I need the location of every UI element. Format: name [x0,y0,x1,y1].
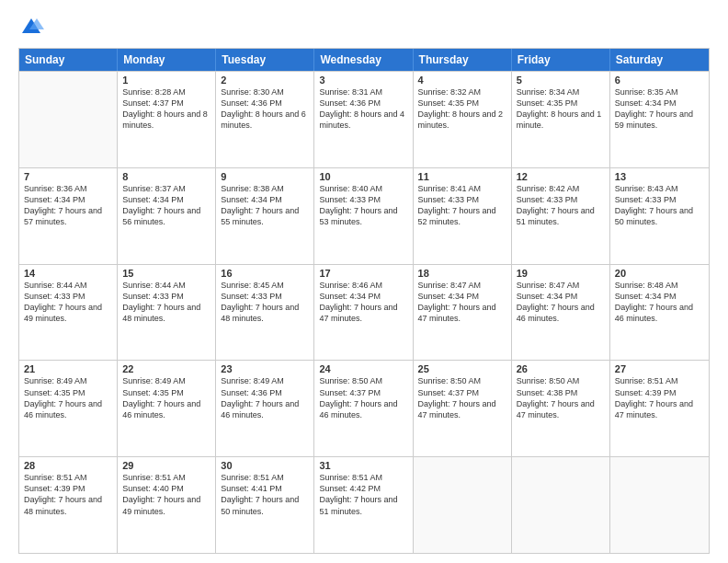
day-number: 20 [615,268,704,279]
table-row: 13Sunrise: 8:43 AMSunset: 4:33 PMDayligh… [610,168,709,264]
table-row: 1Sunrise: 8:28 AMSunset: 4:37 PMDaylight… [118,72,216,167]
calendar-row-4: 21Sunrise: 8:49 AMSunset: 4:35 PMDayligh… [19,360,709,456]
table-row: 7Sunrise: 8:36 AMSunset: 4:34 PMDaylight… [19,168,118,264]
day-info: Sunrise: 8:49 AMSunset: 4:36 PMDaylight:… [221,375,309,420]
day-info: Sunrise: 8:51 AMSunset: 4:39 PMDaylight:… [615,375,704,420]
day-number: 19 [517,268,605,279]
day-number: 15 [122,268,210,279]
table-row: 21Sunrise: 8:49 AMSunset: 4:35 PMDayligh… [19,361,118,456]
day-number: 23 [221,363,309,374]
day-info: Sunrise: 8:45 AMSunset: 4:33 PMDaylight:… [221,280,309,325]
day-number: 18 [418,268,506,279]
table-row: 19Sunrise: 8:47 AMSunset: 4:34 PMDayligh… [512,265,610,361]
day-info: Sunrise: 8:46 AMSunset: 4:34 PMDaylight:… [319,280,407,325]
day-number: 10 [319,171,407,182]
calendar-row-5: 28Sunrise: 8:51 AMSunset: 4:39 PMDayligh… [19,456,709,553]
table-row: 4Sunrise: 8:32 AMSunset: 4:35 PMDaylight… [414,72,512,167]
day-info: Sunrise: 8:51 AMSunset: 4:42 PMDaylight:… [319,472,407,517]
day-info: Sunrise: 8:51 AMSunset: 4:39 PMDaylight:… [24,472,112,517]
day-info: Sunrise: 8:40 AMSunset: 4:33 PMDaylight:… [319,183,407,228]
day-info: Sunrise: 8:37 AMSunset: 4:34 PMDaylight:… [122,183,210,228]
day-number: 7 [24,171,112,182]
calendar-body: 1Sunrise: 8:28 AMSunset: 4:37 PMDaylight… [19,71,709,553]
day-number: 13 [615,171,704,182]
logo-icon [18,15,44,40]
table-row: 30Sunrise: 8:51 AMSunset: 4:41 PMDayligh… [216,457,314,553]
table-row: 22Sunrise: 8:49 AMSunset: 4:35 PMDayligh… [118,361,216,456]
table-row: 3Sunrise: 8:31 AMSunset: 4:36 PMDaylight… [314,72,413,167]
day-number: 16 [221,268,309,279]
day-info: Sunrise: 8:51 AMSunset: 4:40 PMDaylight:… [122,472,210,517]
table-row: 14Sunrise: 8:44 AMSunset: 4:33 PMDayligh… [19,265,118,361]
table-row: 25Sunrise: 8:50 AMSunset: 4:37 PMDayligh… [414,361,512,456]
table-row: 6Sunrise: 8:35 AMSunset: 4:34 PMDaylight… [610,72,709,167]
day-number: 6 [615,75,704,86]
day-number: 1 [122,75,210,86]
table-row: 16Sunrise: 8:45 AMSunset: 4:33 PMDayligh… [216,265,314,361]
page: SundayMondayTuesdayWednesdayThursdayFrid… [0,0,728,563]
day-number: 12 [517,171,605,182]
table-row: 24Sunrise: 8:50 AMSunset: 4:37 PMDayligh… [314,361,413,456]
day-info: Sunrise: 8:36 AMSunset: 4:34 PMDaylight:… [24,183,112,228]
day-info: Sunrise: 8:50 AMSunset: 4:37 PMDaylight:… [418,375,506,420]
day-info: Sunrise: 8:43 AMSunset: 4:33 PMDaylight:… [615,183,704,228]
table-row [19,72,118,167]
table-row: 8Sunrise: 8:37 AMSunset: 4:34 PMDaylight… [118,168,216,264]
header-day-sunday: Sunday [19,49,118,71]
day-number: 28 [24,460,112,471]
day-number: 14 [24,268,112,279]
table-row: 10Sunrise: 8:40 AMSunset: 4:33 PMDayligh… [314,168,413,264]
calendar: SundayMondayTuesdayWednesdayThursdayFrid… [18,48,710,554]
day-info: Sunrise: 8:47 AMSunset: 4:34 PMDaylight:… [418,280,506,325]
table-row [610,457,709,553]
table-row [512,457,610,553]
day-number: 24 [319,363,407,374]
table-row: 26Sunrise: 8:50 AMSunset: 4:38 PMDayligh… [512,361,610,456]
day-info: Sunrise: 8:42 AMSunset: 4:33 PMDaylight:… [517,183,605,228]
day-number: 5 [517,75,605,86]
header-day-saturday: Saturday [610,49,709,71]
calendar-row-2: 7Sunrise: 8:36 AMSunset: 4:34 PMDaylight… [19,167,709,264]
day-info: Sunrise: 8:50 AMSunset: 4:38 PMDaylight:… [517,375,605,420]
day-number: 17 [319,268,407,279]
table-row [414,457,512,553]
day-info: Sunrise: 8:47 AMSunset: 4:34 PMDaylight:… [517,280,605,325]
day-info: Sunrise: 8:41 AMSunset: 4:33 PMDaylight:… [418,183,506,228]
day-info: Sunrise: 8:38 AMSunset: 4:34 PMDaylight:… [221,183,309,228]
table-row: 18Sunrise: 8:47 AMSunset: 4:34 PMDayligh… [414,265,512,361]
day-info: Sunrise: 8:49 AMSunset: 4:35 PMDaylight:… [122,375,210,420]
calendar-header: SundayMondayTuesdayWednesdayThursdayFrid… [19,49,709,71]
day-info: Sunrise: 8:51 AMSunset: 4:41 PMDaylight:… [221,472,309,517]
day-info: Sunrise: 8:34 AMSunset: 4:35 PMDaylight:… [517,86,605,132]
day-info: Sunrise: 8:30 AMSunset: 4:36 PMDaylight:… [221,86,309,132]
header-day-wednesday: Wednesday [314,49,413,71]
day-number: 11 [418,171,506,182]
day-info: Sunrise: 8:31 AMSunset: 4:36 PMDaylight:… [319,86,407,132]
calendar-row-1: 1Sunrise: 8:28 AMSunset: 4:37 PMDaylight… [19,71,709,167]
header-day-tuesday: Tuesday [216,49,314,71]
table-row: 17Sunrise: 8:46 AMSunset: 4:34 PMDayligh… [314,265,413,361]
header-day-thursday: Thursday [414,49,512,71]
table-row: 11Sunrise: 8:41 AMSunset: 4:33 PMDayligh… [414,168,512,264]
day-info: Sunrise: 8:28 AMSunset: 4:37 PMDaylight:… [122,86,210,132]
table-row: 9Sunrise: 8:38 AMSunset: 4:34 PMDaylight… [216,168,314,264]
day-number: 26 [517,363,605,374]
day-info: Sunrise: 8:35 AMSunset: 4:34 PMDaylight:… [615,86,704,132]
day-number: 29 [122,460,210,471]
table-row: 12Sunrise: 8:42 AMSunset: 4:33 PMDayligh… [512,168,610,264]
table-row: 27Sunrise: 8:51 AMSunset: 4:39 PMDayligh… [610,361,709,456]
day-info: Sunrise: 8:44 AMSunset: 4:33 PMDaylight:… [24,280,112,325]
day-number: 21 [24,363,112,374]
day-info: Sunrise: 8:48 AMSunset: 4:34 PMDaylight:… [615,280,704,325]
table-row: 20Sunrise: 8:48 AMSunset: 4:34 PMDayligh… [610,265,709,361]
day-info: Sunrise: 8:50 AMSunset: 4:37 PMDaylight:… [319,375,407,420]
header [18,15,710,40]
day-number: 22 [122,363,210,374]
day-info: Sunrise: 8:44 AMSunset: 4:33 PMDaylight:… [122,280,210,325]
header-day-friday: Friday [512,49,610,71]
header-day-monday: Monday [118,49,216,71]
day-number: 8 [122,171,210,182]
day-number: 30 [221,460,309,471]
day-number: 3 [319,75,407,86]
table-row: 2Sunrise: 8:30 AMSunset: 4:36 PMDaylight… [216,72,314,167]
